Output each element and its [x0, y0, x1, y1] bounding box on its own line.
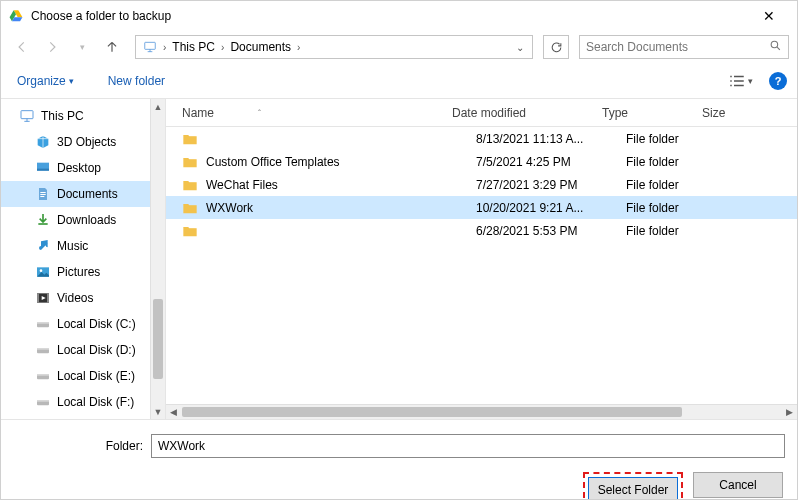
window-title: Choose a folder to backup: [31, 9, 749, 23]
help-button[interactable]: ?: [769, 72, 787, 90]
video-icon: [35, 290, 51, 306]
view-options-button[interactable]: ▾: [724, 70, 757, 92]
tree-item[interactable]: Documents: [1, 181, 165, 207]
tree-item[interactable]: Pictures: [1, 259, 165, 285]
row-date: 8/13/2021 11:13 A...: [476, 132, 626, 146]
tree-item-label: Local Disk (D:): [57, 343, 136, 357]
tree-item[interactable]: Desktop: [1, 155, 165, 181]
row-date: 7/5/2021 4:25 PM: [476, 155, 626, 169]
breadcrumb-root[interactable]: This PC: [169, 40, 218, 54]
folder-icon: [182, 178, 198, 192]
google-drive-icon: [9, 9, 23, 23]
tree-item-label: Pictures: [57, 265, 100, 279]
recent-dropdown[interactable]: ▾: [69, 34, 95, 60]
down-icon: [35, 212, 51, 228]
nav-tree[interactable]: This PC3D ObjectsDesktopDocumentsDownloa…: [1, 99, 166, 419]
folder-icon: [182, 155, 198, 169]
list-h-scrollbar[interactable]: ◀ ▶: [166, 404, 797, 419]
chevron-right-icon: ›: [294, 42, 303, 53]
tree-item[interactable]: Downloads: [1, 207, 165, 233]
drive-icon: [35, 342, 51, 358]
scroll-thumb[interactable]: [182, 407, 682, 417]
title-bar: Choose a folder to backup ✕: [1, 1, 797, 31]
pc-icon: [140, 40, 160, 54]
file-row[interactable]: 8/13/2021 11:13 A...File folder: [166, 127, 797, 150]
folder-icon: [182, 201, 198, 215]
tree-item-label: Documents: [57, 187, 118, 201]
svg-point-9: [40, 269, 43, 272]
file-row[interactable]: 6/28/2021 5:53 PMFile folder: [166, 219, 797, 242]
breadcrumb-bar[interactable]: › This PC › Documents › ⌄: [135, 35, 533, 59]
folder-name-input[interactable]: [151, 434, 785, 458]
tree-item[interactable]: Local Disk (E:): [1, 363, 165, 389]
3d-icon: [35, 134, 51, 150]
scroll-up-arrow[interactable]: ▲: [151, 99, 165, 114]
forward-button[interactable]: [39, 34, 65, 60]
svg-rect-4: [37, 169, 49, 171]
col-size[interactable]: Size: [702, 106, 762, 120]
breadcrumb-folder[interactable]: Documents: [227, 40, 294, 54]
tree-item[interactable]: This PC: [1, 103, 165, 129]
nav-row: ▾ › This PC › Documents › ⌄ Search Docum…: [1, 31, 797, 63]
organize-button[interactable]: Organize ▾: [11, 70, 80, 92]
tree-item[interactable]: Videos: [1, 285, 165, 311]
tree-item[interactable]: Local Disk (F:): [1, 389, 165, 415]
new-folder-button[interactable]: New folder: [102, 70, 171, 92]
drive-icon: [35, 368, 51, 384]
scroll-left-arrow[interactable]: ◀: [166, 405, 181, 419]
select-folder-button[interactable]: Select Folder: [588, 477, 678, 500]
cancel-button[interactable]: Cancel: [693, 472, 783, 498]
tree-scrollbar[interactable]: ▲ ▼: [150, 99, 165, 419]
footer: Folder: Select Folder Cancel: [1, 419, 797, 500]
tree-item[interactable]: Local Disk (C:): [1, 311, 165, 337]
svg-rect-20: [37, 400, 49, 402]
scroll-right-arrow[interactable]: ▶: [782, 405, 797, 419]
scroll-down-arrow[interactable]: ▼: [151, 404, 165, 419]
up-button[interactable]: [99, 34, 125, 60]
file-list: Name ˆ Date modified Type Size 8/13/2021…: [166, 99, 797, 419]
tree-item[interactable]: Music: [1, 233, 165, 259]
file-row[interactable]: WeChat Files7/27/2021 3:29 PMFile folder: [166, 173, 797, 196]
docs-icon: [35, 186, 51, 202]
svg-point-1: [771, 41, 778, 48]
row-date: 6/28/2021 5:53 PM: [476, 224, 626, 238]
back-button[interactable]: [9, 34, 35, 60]
svg-rect-5: [40, 192, 45, 193]
tree-item-label: Music: [57, 239, 88, 253]
file-row[interactable]: WXWork10/20/2021 9:21 A...File folder: [166, 196, 797, 219]
col-name[interactable]: Name: [182, 106, 214, 120]
row-date: 10/20/2021 9:21 A...: [476, 201, 626, 215]
search-input[interactable]: Search Documents: [579, 35, 789, 59]
row-type: File folder: [626, 132, 726, 146]
chevron-right-icon: ›: [160, 42, 169, 53]
row-type: File folder: [626, 155, 726, 169]
row-type: File folder: [626, 224, 726, 238]
svg-rect-11: [37, 293, 39, 302]
search-icon: [769, 39, 782, 55]
svg-rect-12: [47, 293, 49, 302]
svg-rect-6: [40, 194, 45, 195]
tree-item[interactable]: Local Disk (D:): [1, 337, 165, 363]
row-name: Custom Office Templates: [206, 155, 476, 169]
folder-field-label: Folder:: [13, 439, 143, 453]
col-date[interactable]: Date modified: [452, 106, 602, 120]
svg-rect-14: [37, 322, 49, 324]
svg-rect-18: [37, 374, 49, 376]
row-date: 7/27/2021 3:29 PM: [476, 178, 626, 192]
body-area: This PC3D ObjectsDesktopDocumentsDownloa…: [1, 99, 797, 419]
col-type[interactable]: Type: [602, 106, 702, 120]
breadcrumb-dropdown[interactable]: ⌄: [512, 42, 528, 53]
music-icon: [35, 238, 51, 254]
scroll-thumb[interactable]: [153, 299, 163, 379]
tree-item[interactable]: 3D Objects: [1, 129, 165, 155]
row-type: File folder: [626, 201, 726, 215]
row-name: WXWork: [206, 201, 476, 215]
refresh-button[interactable]: [543, 35, 569, 59]
close-button[interactable]: ✕: [749, 8, 789, 24]
tree-item-label: This PC: [41, 109, 84, 123]
pics-icon: [35, 264, 51, 280]
chevron-right-icon: ›: [218, 42, 227, 53]
svg-rect-0: [145, 42, 156, 49]
column-headers[interactable]: Name ˆ Date modified Type Size: [166, 99, 797, 127]
file-row[interactable]: Custom Office Templates7/5/2021 4:25 PMF…: [166, 150, 797, 173]
